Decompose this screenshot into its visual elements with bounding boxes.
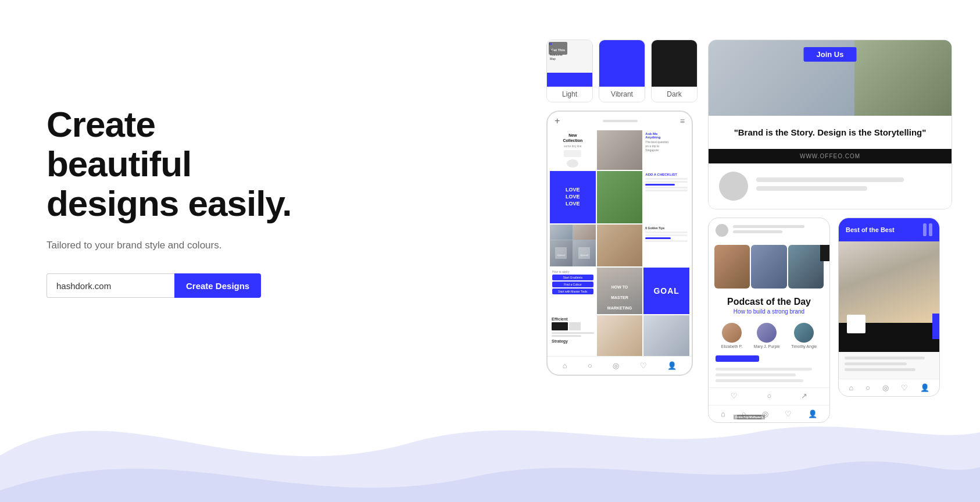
sv-home-icon[interactable]: ⌂	[849, 383, 853, 392]
story-body-lines	[839, 352, 939, 379]
profile-nav-icon[interactable]: 👤	[667, 361, 677, 370]
podcast-speaker-images	[714, 245, 824, 289]
timothy-name: Timothy Angle	[791, 344, 817, 348]
tile-ask-me: Ask MeAnything The best questionon a tri…	[643, 130, 689, 170]
heart-nav-icon[interactable]: ♡	[640, 361, 647, 370]
accent-bar-2	[929, 223, 932, 236]
story-nav: ⌂ ○ ◎ ♡ 👤	[839, 379, 939, 396]
speaker-elizabeth: Elizabeth P.	[721, 323, 742, 348]
tile-master-marketing: HOW TOMASTERMARKETING	[597, 268, 643, 314]
vibrant-label: Vibrant	[599, 87, 645, 102]
create-designs-button[interactable]: Create Designs	[174, 273, 261, 298]
podcast-hline-2	[733, 230, 782, 233]
love-text: LOVELOVELOVE	[566, 187, 580, 207]
tile-love: LOVELOVELOVE	[550, 171, 596, 223]
podcast-title: Podcast of the Day	[709, 291, 829, 308]
speaker-mary: Mary J. Purple	[754, 323, 780, 348]
story-photo	[839, 241, 939, 323]
story-banner: Best of the Best	[839, 218, 939, 241]
bottom-cards-row: Podcast of the Day How to build a strong…	[708, 218, 952, 423]
author-line-2	[756, 186, 867, 191]
comment-action-icon[interactable]: ○	[767, 391, 772, 400]
topbar-line	[603, 120, 638, 122]
pod-line-1	[716, 368, 812, 371]
blog-card-body: "Brand is the Story. Design is the Story…	[709, 116, 952, 149]
speaker-img-1	[714, 245, 750, 289]
elizabeth-name: Elizabeth P.	[721, 344, 742, 348]
sv-line-3	[845, 368, 915, 371]
dark-label: Dark	[652, 87, 697, 102]
tile-new-collection: NewCollection some tiny line	[550, 130, 596, 170]
vibrant-swatch	[599, 40, 645, 87]
speaker-timothy: Timothy Angle	[791, 323, 817, 348]
home-nav-icon[interactable]: ⌂	[563, 361, 567, 370]
share-action-icon[interactable]: ↗	[801, 391, 807, 400]
menu-icon: ≡	[680, 116, 685, 126]
subtitle: Tailored to your brand style and colours…	[47, 238, 308, 253]
sv-line-2	[845, 362, 907, 365]
tile-checklist: ADD A CHECKLIST	[643, 171, 689, 223]
tile-how-to: How to apply: Start Gradients Find a Col…	[550, 268, 596, 314]
sv-search-icon[interactable]: ○	[865, 383, 870, 392]
phone-tiles-grid: NewCollection some tiny line Get This As…	[548, 130, 692, 356]
podcast-card: Podcast of the Day How to build a strong…	[708, 218, 830, 423]
phone-topbar: + ≡	[548, 112, 692, 130]
author-line-1	[756, 177, 904, 182]
podcast-blue-bar	[716, 355, 759, 362]
blog-author-row	[709, 163, 952, 209]
story-dark-section	[839, 323, 939, 352]
dark-swatch	[652, 40, 697, 87]
right-visual-col: Join Us "Brand is the Story. Design is t…	[708, 40, 952, 423]
tile-quote: " AnAwesomeMap	[597, 315, 643, 356]
podcast-subtitle: How to build a strong brand	[709, 308, 829, 319]
search-nav-icon[interactable]: ○	[588, 361, 592, 370]
podcast-actions: ♡ ○ ↗	[709, 387, 829, 405]
tile-plant	[643, 315, 689, 356]
main-heading: Create beautiful designs easily.	[47, 105, 308, 224]
blog-footer: WWW.OFFEO.COM	[709, 149, 952, 163]
blog-quote: "Brand is the Story. Design is the Story…	[720, 126, 940, 138]
mary-name: Mary J. Purple	[754, 344, 780, 348]
story-image-area	[839, 241, 939, 323]
podcast-speakers-list: Elizabeth P. Mary J. Purple Timothy Angl…	[709, 319, 829, 352]
story-blue-accent	[932, 314, 939, 339]
podcast-body-lines	[709, 365, 829, 387]
elizabeth-photo	[722, 323, 742, 343]
sv-camera-icon[interactable]: ◎	[882, 383, 889, 392]
story-accent-bars	[923, 223, 932, 236]
join-badge[interactable]: Join Us	[804, 47, 857, 62]
speaker-img-2	[751, 245, 786, 289]
phone-nav-bar: ⌂ ○ ◎ ♡ 👤	[548, 356, 692, 375]
story-card: Best of the Best	[838, 218, 940, 397]
left-visual-col: Light Vibrant Dark + ≡	[546, 40, 698, 376]
timothy-photo	[794, 323, 814, 343]
person-image	[854, 40, 952, 116]
podcast-header	[709, 218, 829, 243]
podcast-hline-1	[733, 225, 804, 228]
sv-profile-icon[interactable]: 👤	[920, 383, 929, 392]
blog-author-avatar	[719, 172, 748, 201]
podcast-channel-avatar	[716, 224, 728, 237]
hero-left-content: Create beautiful designs easily. Tailore…	[47, 105, 308, 298]
website-input[interactable]	[47, 273, 174, 298]
podcast-header-lines	[733, 225, 822, 236]
tile-top100: Top 100 Tips	[597, 171, 643, 223]
camera-nav-icon[interactable]: ◎	[613, 361, 619, 370]
accent-bar-1	[923, 223, 927, 236]
plus-icon: +	[555, 116, 560, 126]
light-label: Light	[547, 87, 592, 102]
blog-author-lines	[756, 177, 941, 195]
cta-input-row: Create Designs	[47, 273, 308, 298]
page-wrapper: Create beautiful designs easily. Tailore…	[0, 0, 980, 502]
tile-get-this: Get This	[597, 130, 643, 170]
right-visuals-container: Light Vibrant Dark + ≡	[546, 40, 952, 423]
story-white-square	[847, 315, 865, 333]
tile-golden-tips: 6 Golden Tips	[643, 225, 689, 266]
tile-goal: GOAL	[643, 268, 689, 314]
pod-line-2	[716, 373, 796, 376]
heart-action-icon[interactable]: ♡	[731, 391, 738, 400]
sv-heart-icon[interactable]: ♡	[901, 383, 908, 392]
sv-line-1	[845, 357, 925, 359]
speaker-img-3	[788, 245, 824, 289]
tile-efficient: Efficient Strategy	[550, 315, 596, 356]
